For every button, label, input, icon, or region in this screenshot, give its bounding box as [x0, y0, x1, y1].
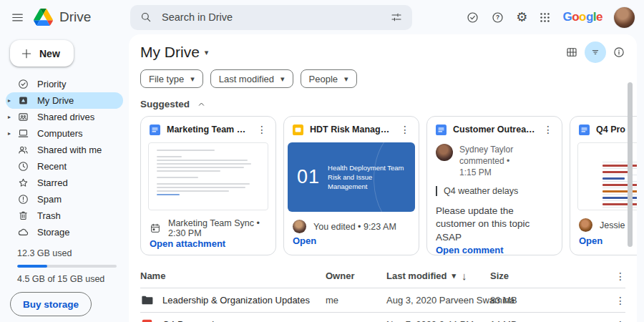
storage-used-label: 12.3 GB used: [17, 248, 129, 258]
file-owner: me: [326, 295, 386, 306]
more-options-icon[interactable]: ⋮: [615, 271, 625, 281]
filter-chip-people[interactable]: People▾: [301, 69, 357, 88]
search-bar[interactable]: [130, 5, 412, 30]
main-panel: My Drive ▾ File type▾ Last modified▾ Peo…: [129, 34, 637, 322]
document-preview: [148, 142, 268, 210]
slides-file-icon: [293, 125, 303, 135]
my-drive-icon: [17, 94, 29, 107]
search-input[interactable]: [160, 11, 382, 24]
page-title-dropdown[interactable]: My Drive ▾: [140, 44, 208, 61]
editor-avatar: [579, 218, 592, 232]
search-icon: [140, 11, 152, 24]
slide-preview: 01 Health Deployment Team Risk and Issue…: [288, 142, 415, 212]
new-button[interactable]: New: [10, 40, 74, 67]
more-options-icon[interactable]: ⋮: [615, 320, 625, 322]
column-header-size[interactable]: Size: [490, 270, 611, 281]
star-icon: [17, 177, 29, 189]
vertical-scrollbar[interactable]: [628, 82, 633, 247]
sidebar-item-storage[interactable]: Storage: [6, 224, 123, 240]
svg-text:?: ?: [496, 14, 499, 21]
more-options-icon[interactable]: ⋮: [615, 296, 625, 306]
open-attachment-link[interactable]: Open attachment: [141, 238, 275, 255]
chevron-down-icon: ▾: [344, 74, 348, 84]
docs-file-icon: [436, 125, 447, 135]
filter-button[interactable]: [585, 42, 606, 63]
storage-progress-fill: [17, 265, 47, 268]
column-header-owner[interactable]: Owner: [326, 270, 386, 281]
chevron-down-icon: ▾: [205, 48, 209, 57]
account-avatar[interactable]: [614, 7, 635, 28]
sidebar-item-recent[interactable]: Recent: [6, 158, 123, 175]
suggested-card-q4[interactable]: Q4 Pro ⋮ Jessie Open: [570, 116, 637, 255]
sidebar-item-spam[interactable]: Spam: [6, 191, 123, 208]
suggested-card-marketing[interactable]: Marketing Team Meetin... ⋮ M: [140, 116, 276, 255]
google-wordmark: Google: [562, 10, 602, 24]
hamburger-menu-icon[interactable]: [11, 11, 24, 24]
more-options-icon[interactable]: ⋮: [257, 125, 267, 135]
apps-grid-icon[interactable]: [539, 11, 551, 24]
table-row[interactable]: Leadership & Organization Updates me Aug…: [140, 288, 625, 313]
comment-body: Please update the customer on this topic…: [436, 205, 553, 245]
file-name: Leadership & Organization Updates: [162, 295, 310, 306]
docs-file-icon: [579, 125, 590, 135]
open-comment-link[interactable]: Open comment: [427, 245, 562, 255]
filter-chip-last-modified[interactable]: Last modified▾: [210, 69, 293, 88]
sidebar-item-my-drive[interactable]: ▸ My Drive: [6, 92, 123, 109]
suggested-card-customer-outreach[interactable]: Customer Outreach... ⋮ Sydney Taylor com…: [426, 116, 562, 255]
topbar-right: ? ⚙ Google: [466, 7, 644, 28]
file-modified: Aug 3, 2020 Parveen Swamina: [386, 295, 490, 306]
drive-logo[interactable]: [34, 9, 53, 26]
sidebar-item-priority[interactable]: Priority: [6, 76, 123, 92]
sidebar-nav: Priority ▸ My Drive ▸ Shared drives ▸ Co…: [0, 76, 129, 240]
storage-quota-label: 4.5 GB of 15 GB used: [17, 274, 129, 284]
chevron-down-icon: ▾: [452, 271, 457, 280]
file-modified: Nov 7, 2020 2:44 PM: [386, 319, 490, 322]
file-owner: me: [326, 319, 386, 322]
sort-direction-icon[interactable]: ↓: [462, 270, 490, 282]
recent-clock-icon: [17, 160, 29, 172]
open-link[interactable]: Open: [284, 235, 419, 255]
sidebar-item-shared-with-me[interactable]: Shared with me: [6, 142, 123, 158]
grid-view-icon[interactable]: [565, 46, 578, 59]
chevron-down-icon: ▾: [190, 74, 195, 84]
cloud-icon: [17, 226, 29, 238]
more-options-icon[interactable]: ⋮: [400, 125, 410, 135]
computers-icon: [17, 127, 29, 140]
expand-arrow-icon[interactable]: ▸: [8, 97, 11, 104]
spam-icon: [17, 193, 29, 205]
filter-chips: File type▾ Last modified▾ People▾: [140, 69, 625, 88]
offline-status-icon[interactable]: [466, 11, 479, 24]
buy-storage-button[interactable]: Buy storage: [10, 292, 92, 316]
pdf-file-icon: [140, 318, 154, 322]
topbar-left: Drive: [0, 9, 129, 26]
trash-icon: [17, 210, 29, 222]
search-options-icon[interactable]: [390, 11, 403, 24]
file-size: 83 MB: [490, 295, 611, 306]
help-icon[interactable]: ?: [491, 11, 504, 24]
card-footer-text: You edited • 9:23 AM: [313, 222, 396, 232]
card-footer-text: Marketing Team Sync • 2:30 PM: [168, 218, 267, 238]
sidebar-item-trash[interactable]: Trash: [6, 208, 123, 224]
column-header-modified[interactable]: Last modified ▾: [386, 270, 462, 281]
sidebar-item-computers[interactable]: ▸ Computers: [6, 125, 123, 142]
calendar-icon: [150, 223, 161, 234]
expand-arrow-icon[interactable]: ▸: [8, 114, 11, 120]
filter-chip-file-type[interactable]: File type▾: [140, 69, 203, 88]
info-icon[interactable]: [613, 46, 625, 59]
file-name: Q4 Proposals: [162, 319, 219, 322]
suggested-section-toggle[interactable]: Suggested: [140, 98, 625, 109]
shared-with-me-icon: [17, 144, 29, 156]
top-bar: Drive ? ⚙ Google: [0, 0, 644, 34]
chevron-down-icon: ▾: [280, 74, 285, 84]
sidebar-item-starred[interactable]: Starred: [6, 175, 123, 191]
folder-icon: [140, 293, 154, 307]
column-header-name[interactable]: Name: [140, 270, 326, 281]
settings-gear-icon[interactable]: ⚙: [516, 11, 527, 24]
table-row[interactable]: Q4 Proposals me Nov 7, 2020 2:44 PM 14 M…: [140, 313, 625, 322]
suggested-label: Suggested: [140, 99, 190, 109]
suggested-card-hdt-risk[interactable]: HDT Risk Management ⋮ 01 Health Deployme…: [283, 116, 419, 255]
more-options-icon[interactable]: ⋮: [543, 125, 553, 135]
sidebar-item-shared-drives[interactable]: ▸ Shared drives: [6, 109, 123, 125]
expand-arrow-icon[interactable]: ▸: [8, 130, 11, 137]
file-table: Name Owner Last modified ▾ ↓ Size ⋮ Lead…: [140, 264, 625, 322]
